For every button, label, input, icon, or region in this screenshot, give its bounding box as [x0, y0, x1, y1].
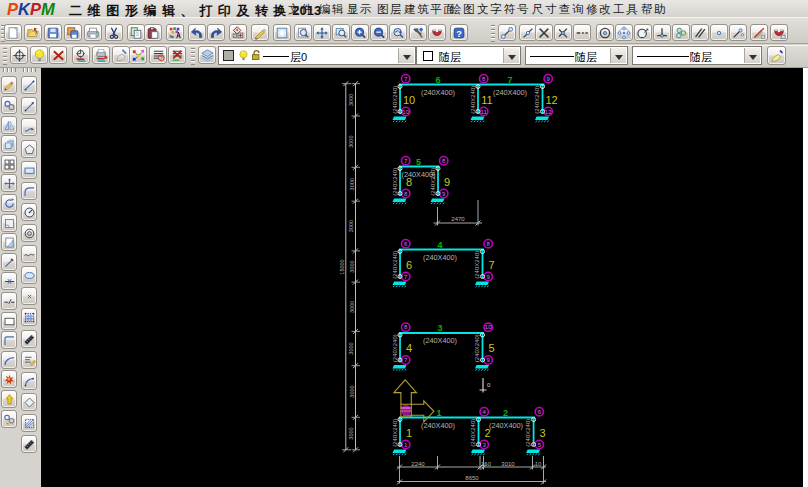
- svg-text:3000: 3000: [349, 301, 355, 313]
- svg-text:(240X240): (240X240): [525, 419, 531, 447]
- svg-text:12: 12: [545, 109, 552, 115]
- svg-text:11: 11: [481, 94, 492, 106]
- svg-text:(240X400): (240X400): [489, 421, 523, 430]
- svg-text:7: 7: [488, 259, 494, 271]
- svg-text:(240X240): (240X240): [392, 251, 398, 279]
- svg-text:15000: 15000: [339, 259, 345, 274]
- svg-text:10: 10: [485, 324, 492, 330]
- svg-text:4: 4: [406, 342, 412, 354]
- svg-text:(240X240): (240X240): [392, 168, 398, 196]
- svg-text:2: 2: [503, 408, 508, 418]
- svg-text:4: 4: [437, 240, 442, 250]
- svg-text:(240X400): (240X400): [421, 421, 455, 430]
- svg-text:5: 5: [488, 342, 494, 354]
- svg-text:3: 3: [540, 427, 546, 439]
- svg-text:(240X240): (240X240): [392, 334, 398, 362]
- svg-text:9: 9: [444, 176, 450, 188]
- svg-text:(240X400): (240X400): [423, 253, 457, 262]
- svg-text:1: 1: [436, 408, 441, 418]
- svg-text:10: 10: [535, 461, 542, 467]
- svg-text:3: 3: [437, 323, 442, 333]
- svg-text:3000: 3000: [349, 94, 355, 106]
- svg-text:11: 11: [481, 109, 488, 115]
- svg-text:6: 6: [435, 75, 440, 85]
- svg-text:3000: 3000: [349, 178, 355, 190]
- svg-text:?: ?: [456, 28, 462, 38]
- svg-text:(240X240): (240X240): [470, 419, 476, 447]
- svg-text:(240X400): (240X400): [421, 88, 455, 97]
- svg-text:7: 7: [507, 75, 512, 85]
- svg-text:6: 6: [406, 259, 412, 271]
- svg-text:5: 5: [416, 157, 421, 167]
- svg-text:10: 10: [402, 109, 409, 115]
- svg-text:8650: 8650: [465, 475, 479, 481]
- svg-text:12: 12: [545, 94, 557, 106]
- svg-text:(240X400): (240X400): [423, 336, 457, 345]
- svg-text:?: ?: [159, 55, 163, 61]
- svg-text:(240X240): (240X240): [474, 251, 480, 279]
- svg-text:(240X400): (240X400): [401, 170, 435, 179]
- svg-text:(240X240): (240X240): [470, 86, 476, 114]
- svg-text:(240X400): (240X400): [493, 88, 527, 97]
- svg-text:3000: 3000: [349, 260, 355, 272]
- svg-text:3000: 3000: [349, 136, 355, 148]
- svg-text:(240X240): (240X240): [392, 86, 398, 114]
- svg-text:3000: 3000: [349, 220, 355, 232]
- svg-text:3000: 3000: [349, 385, 355, 397]
- svg-text:3010: 3010: [501, 461, 515, 467]
- svg-text:2470: 2470: [451, 216, 465, 222]
- svg-text:3000: 3000: [349, 342, 355, 354]
- svg-text:(240X240): (240X240): [534, 86, 540, 114]
- svg-text:2240: 2240: [411, 461, 425, 467]
- svg-text:1: 1: [406, 427, 412, 439]
- svg-text:(240X240): (240X240): [392, 419, 398, 447]
- svg-text:(240X240): (240X240): [474, 334, 480, 362]
- svg-text:3000: 3000: [349, 427, 355, 439]
- svg-text:10: 10: [403, 94, 415, 106]
- svg-text:160: 160: [481, 461, 492, 467]
